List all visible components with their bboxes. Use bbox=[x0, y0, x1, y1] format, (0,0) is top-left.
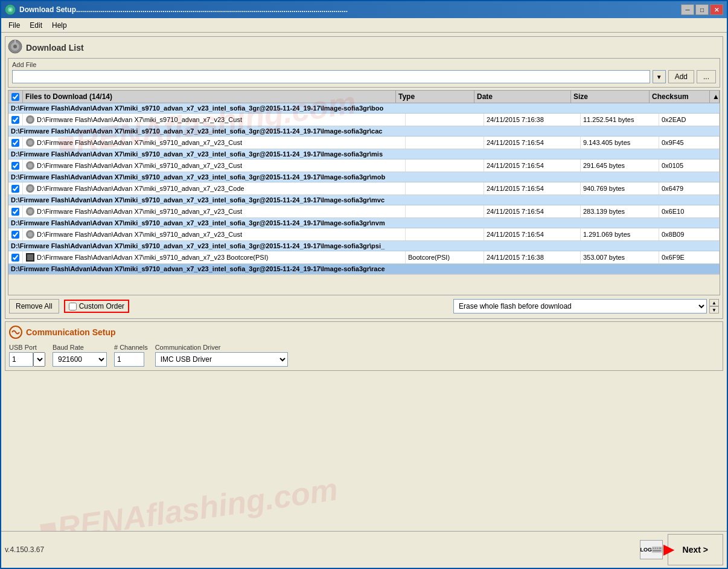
channels-group: # Channels bbox=[114, 344, 148, 367]
remove-all-button[interactable]: Remove All bbox=[9, 299, 59, 313]
usb-port-select[interactable]: 1 bbox=[33, 352, 45, 367]
scroll-up-btn[interactable]: ▲ bbox=[709, 299, 719, 306]
header-type: Type bbox=[396, 91, 474, 103]
row-checkbox[interactable] bbox=[8, 114, 23, 126]
title-bar: Download Setup..........................… bbox=[1, 1, 727, 18]
driver-select[interactable]: IMC USB Driver FTDI Driver USB Serial Dr… bbox=[155, 352, 288, 367]
baud-rate-label: Baud Rate bbox=[53, 344, 107, 351]
file-detail-row: D:\Firmware Flash\Advan\Advan X7\miki_s9… bbox=[8, 182, 720, 194]
file-header-path: D:\Firmware Flash\Advan\Advan X7\miki_s9… bbox=[8, 264, 720, 274]
comm-icon bbox=[9, 326, 22, 339]
add-button[interactable]: Add bbox=[668, 70, 694, 83]
svg-rect-25 bbox=[657, 547, 658, 548]
row-checkbox[interactable] bbox=[8, 251, 23, 263]
usb-port-input[interactable] bbox=[9, 352, 33, 367]
svg-point-14 bbox=[28, 186, 33, 191]
minimize-button[interactable]: ─ bbox=[681, 4, 694, 15]
row-checkbox[interactable] bbox=[8, 159, 23, 172]
row-date: 24/11/2015 7:16:54 bbox=[484, 159, 581, 172]
row-size: 11.252.541 bytes bbox=[581, 114, 659, 126]
header-date: Date bbox=[474, 91, 571, 103]
row-checkbox[interactable] bbox=[8, 228, 23, 240]
svg-rect-26 bbox=[659, 547, 662, 548]
file-detail-row: D:\Firmware Flash\Advan\Advan X7\miki_s9… bbox=[8, 159, 720, 172]
add-file-input[interactable] bbox=[12, 70, 650, 83]
app-icon bbox=[5, 4, 16, 15]
red-arrow: ▶ bbox=[663, 542, 674, 558]
communication-section: Communication Setup USB Port 1 Baud Rate bbox=[5, 321, 723, 371]
maximize-button[interactable]: □ bbox=[695, 4, 709, 15]
custom-order-label: Custom Order bbox=[79, 302, 124, 310]
comm-fields: USB Port 1 Baud Rate 921600 # Chann bbox=[9, 344, 719, 367]
svg-point-10 bbox=[28, 140, 33, 145]
add-file-group: Add File ▼ Add ... bbox=[8, 58, 720, 88]
download-list-section: Download List Add File ▼ Add ... Fi bbox=[5, 36, 723, 319]
row-path: D:\Firmware Flash\Advan\Advan X7\miki_s9… bbox=[23, 159, 406, 172]
file-detail-row: D:\Firmware Flash\Advan\Advan X7\miki_s9… bbox=[8, 228, 720, 240]
file-header-path: D:\Firmware Flash\Advan\Advan X7\miki_s9… bbox=[8, 195, 720, 205]
svg-point-18 bbox=[28, 232, 33, 237]
select-all-checkbox[interactable] bbox=[11, 93, 19, 101]
row-checkbox[interactable] bbox=[8, 205, 23, 217]
header-files: Files to Download (14/14) bbox=[23, 91, 396, 103]
window-controls: ─ □ ✕ bbox=[681, 4, 723, 15]
row-size: 1.291.069 bytes bbox=[581, 228, 659, 240]
svg-point-12 bbox=[28, 163, 33, 168]
file-header-path: D:\Firmware Flash\Advan\Advan X7\miki_s9… bbox=[8, 149, 720, 159]
row-path: D:\Firmware Flash\Advan\Advan X7\miki_s9… bbox=[23, 228, 406, 240]
svg-rect-20 bbox=[27, 254, 33, 260]
header-checkbox[interactable] bbox=[8, 91, 23, 103]
row-checksum: 0x2EAD bbox=[659, 114, 720, 126]
custom-order-box: Custom Order bbox=[64, 300, 129, 313]
header-size: Size bbox=[571, 91, 650, 103]
row-size: 291.645 bytes bbox=[581, 159, 659, 172]
add-file-row: ▼ Add ... bbox=[12, 70, 716, 83]
next-button[interactable]: Next > bbox=[668, 534, 723, 565]
bottom-controls: Remove All Custom Order Erase whole flas… bbox=[8, 297, 720, 316]
row-checkbox[interactable] bbox=[8, 137, 23, 149]
menu-file[interactable]: File bbox=[4, 20, 25, 31]
watermark-2: ■RENAflashing.com bbox=[36, 471, 340, 531]
erase-select[interactable]: Erase whole flash before downloadDo not … bbox=[453, 299, 707, 313]
table-row: D:\Firmware Flash\Advan\Advan X7\miki_s9… bbox=[8, 149, 720, 172]
svg-rect-23 bbox=[653, 547, 654, 548]
add-file-dropdown-arrow[interactable]: ▼ bbox=[653, 70, 666, 83]
file-header-path: D:\Firmware Flash\Advan\Advan X7\miki_s9… bbox=[8, 103, 720, 114]
browse-button[interactable]: ... bbox=[697, 70, 716, 83]
log-button[interactable]: LOG ▶ bbox=[640, 540, 663, 559]
comm-title: Communication Setup bbox=[9, 326, 719, 339]
keyboard-icon bbox=[652, 545, 662, 555]
row-date: 24/11/2015 7:16:54 bbox=[484, 182, 581, 194]
header-checksum: Checksum bbox=[650, 91, 710, 103]
row-type bbox=[406, 228, 484, 240]
row-checkbox[interactable] bbox=[8, 182, 23, 194]
file-header-path: D:\Firmware Flash\Advan\Advan X7\miki_s9… bbox=[8, 172, 720, 182]
menu-bar: File Edit Help bbox=[1, 18, 727, 33]
close-button[interactable]: ✕ bbox=[710, 4, 723, 15]
menu-help[interactable]: Help bbox=[47, 20, 72, 31]
download-list-title: Download List bbox=[26, 43, 84, 53]
footer-right: LOG ▶ Next > bbox=[640, 534, 723, 565]
row-path: D:\Firmware Flash\Advan\Advan X7\miki_s9… bbox=[23, 205, 406, 217]
row-date: 24/11/2015 7:16:54 bbox=[484, 137, 581, 149]
file-detail-row: D:\Firmware Flash\Advan\Advan X7\miki_s9… bbox=[8, 137, 720, 149]
svg-rect-27 bbox=[653, 550, 661, 551]
file-header-path: D:\Firmware Flash\Advan\Advan X7\miki_s9… bbox=[8, 218, 720, 228]
row-size: 353.007 bytes bbox=[581, 251, 659, 263]
table-row: D:\Firmware Flash\Advan\Advan X7\miki_s9… bbox=[8, 241, 720, 264]
file-detail-row: D:\Firmware Flash\Advan\Advan X7\miki_s9… bbox=[8, 205, 720, 217]
custom-order-checkbox[interactable] bbox=[69, 303, 77, 310]
row-path: D:\Firmware Flash\Advan\Advan X7\miki_s9… bbox=[23, 114, 406, 126]
menu-edit[interactable]: Edit bbox=[25, 20, 47, 31]
svg-rect-24 bbox=[655, 547, 656, 548]
driver-label: Communication Driver bbox=[155, 344, 288, 351]
baud-rate-select[interactable]: 921600 bbox=[53, 352, 107, 367]
row-checksum: 0x9F45 bbox=[659, 137, 720, 149]
footer-bar: v.4.150.3.67 LOG ▶ Next > bbox=[1, 531, 727, 568]
channels-label: # Channels bbox=[114, 344, 148, 351]
scroll-down-btn[interactable]: ▼ bbox=[709, 306, 719, 313]
row-size: 283.139 bytes bbox=[581, 205, 659, 217]
file-header-path: D:\Firmware Flash\Advan\Advan X7\miki_s9… bbox=[8, 241, 720, 251]
row-checksum: 0x0105 bbox=[659, 159, 720, 172]
channels-input[interactable] bbox=[114, 352, 144, 367]
